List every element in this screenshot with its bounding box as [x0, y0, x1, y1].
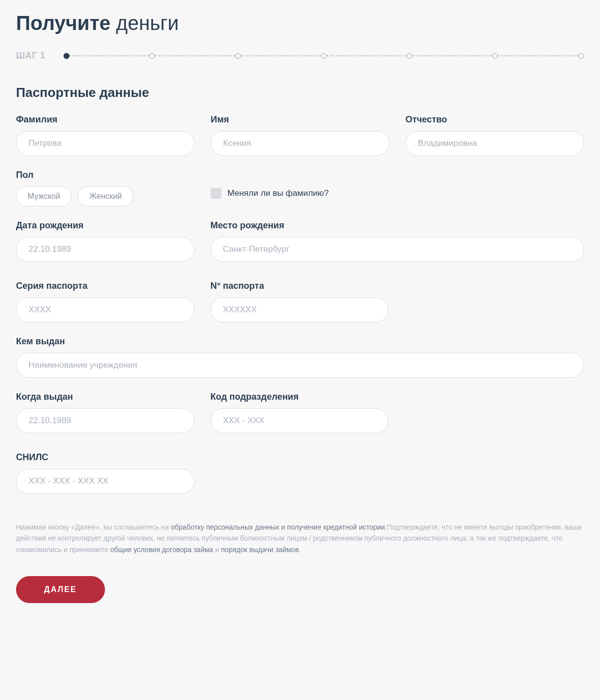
- page-title-light: деньги: [110, 12, 179, 34]
- gender-male-button[interactable]: Мужской: [16, 186, 72, 206]
- last-name-input[interactable]: [16, 131, 194, 156]
- name-changed-label: Меняли ли вы фамилию?: [228, 188, 329, 198]
- last-name-label: Фамилия: [16, 114, 194, 125]
- legal-link-data-processing[interactable]: обработку персональных данных и получени…: [171, 523, 385, 531]
- step-dot-2: [149, 53, 155, 59]
- birth-place-field: Место рождения: [210, 220, 584, 262]
- gender-label: Пол: [16, 170, 194, 180]
- name-changed-field: Меняли ли вы фамилию?: [210, 170, 584, 206]
- issue-date-input[interactable]: [16, 408, 194, 433]
- step-line: [326, 55, 406, 56]
- snils-input[interactable]: [16, 469, 194, 494]
- gender-radio-group: Мужской Женский: [16, 186, 194, 206]
- name-changed-checkbox[interactable]: [210, 188, 222, 199]
- birth-date-label: Дата рождения: [16, 220, 194, 231]
- step-line: [70, 55, 150, 56]
- issued-by-input[interactable]: [16, 353, 584, 378]
- issue-date-field: Когда выдан: [16, 392, 194, 433]
- issued-by-field: Кем выдан: [16, 336, 584, 378]
- first-name-field: Имя: [210, 114, 389, 156]
- page-title-bold: Получите: [16, 12, 110, 34]
- first-name-label: Имя: [210, 114, 389, 125]
- patronymic-label: Отчество: [406, 114, 584, 125]
- legal-text: Нажимая кнопку «Далее», вы соглашаетесь …: [16, 522, 584, 555]
- step-dot-3: [235, 53, 241, 59]
- snils-label: СНИЛС: [16, 452, 194, 463]
- step-line: [155, 55, 235, 56]
- last-name-field: Фамилия: [16, 114, 194, 156]
- step-line: [498, 55, 578, 56]
- division-code-label: Код подразделения: [210, 392, 389, 402]
- passport-number-input[interactable]: [210, 297, 389, 322]
- step-dot-1: [64, 53, 70, 59]
- patronymic-input[interactable]: [406, 131, 584, 156]
- step-dot-7: [578, 53, 584, 59]
- legal-dot: .: [299, 546, 301, 554]
- birth-place-input[interactable]: [210, 237, 584, 262]
- step-line: [412, 55, 492, 56]
- legal-and: и: [213, 546, 221, 554]
- legal-p1: Нажимая кнопку «Далее», вы соглашаетесь …: [16, 523, 171, 531]
- gender-field: Пол Мужской Женский: [16, 170, 194, 206]
- patronymic-field: Отчество: [406, 114, 584, 156]
- step-label: ШАГ 1: [16, 50, 46, 61]
- issued-by-label: Кем выдан: [16, 336, 584, 347]
- issue-date-label: Когда выдан: [16, 392, 194, 402]
- step-dot-5: [406, 53, 412, 59]
- birth-date-input[interactable]: [16, 237, 194, 262]
- legal-link-loan-procedure[interactable]: порядок выдачи займов: [221, 546, 299, 554]
- snils-field: СНИЛС: [16, 452, 194, 494]
- passport-number-field: N° паспорта: [210, 281, 389, 322]
- division-code-field: Код подразделения: [210, 392, 389, 433]
- legal-link-loan-terms[interactable]: общие условия договора займа: [110, 546, 213, 554]
- birth-place-label: Место рождения: [210, 220, 584, 231]
- passport-series-input[interactable]: [16, 297, 194, 322]
- step-line: [241, 55, 321, 56]
- gender-female-button[interactable]: Женский: [78, 186, 133, 206]
- step-progress: [64, 53, 584, 59]
- passport-number-label: N° паспорта: [210, 281, 389, 291]
- passport-series-field: Серия паспорта: [16, 281, 194, 322]
- passport-series-label: Серия паспорта: [16, 281, 194, 291]
- page-title: Получите деньги: [16, 12, 584, 34]
- step-bar: ШАГ 1: [16, 50, 584, 61]
- next-button[interactable]: ДАЛЕЕ: [16, 576, 105, 603]
- division-code-input[interactable]: [210, 408, 389, 433]
- step-dot-6: [492, 53, 498, 59]
- first-name-input[interactable]: [210, 131, 389, 156]
- birth-date-field: Дата рождения: [16, 220, 194, 262]
- section-header: Паспортные данные: [16, 85, 584, 100]
- step-dot-4: [320, 53, 326, 59]
